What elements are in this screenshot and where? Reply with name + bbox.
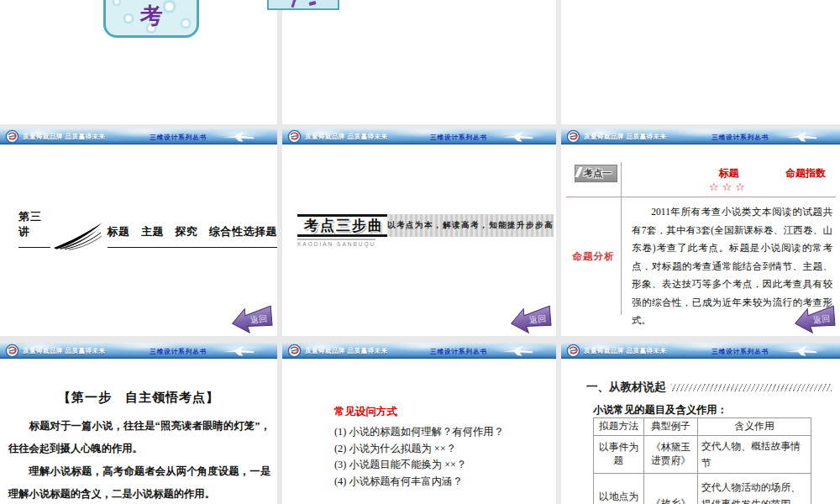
series-title: 三维设计系列丛书 (711, 134, 769, 142)
return-label: 返回 (529, 313, 547, 324)
table-caption: 小说常见的题目及含义作用： (593, 403, 727, 417)
rating-stars: ☆☆☆ (622, 181, 836, 196)
slide-header-banner: 质量铸就品牌 品质赢得未来 三维设计系列丛书 (282, 129, 556, 144)
partial-slide-left: 考 (0, 0, 277, 124)
return-arrow-icon: 返回 (231, 305, 275, 333)
step-paragraph: 标题对于一篇小说，往往是“照亮读者眼睛的灯笼”，往往会起到摄人心魄的作用。 (8, 415, 270, 460)
slide-exam-point-analysis: 质量铸就品牌 品质赢得未来 三维设计系列丛书 考点一 标题 命题指数 ☆☆☆ 命… (561, 129, 840, 336)
table-cell: 《故乡》 (644, 474, 698, 504)
table-cell: 交代人物活动的场所、提供事件发生的范围、渲染环境 (698, 474, 811, 504)
table-cell: 以地点为题 (594, 474, 644, 504)
table-row: 以事件为题 《林黛玉进贾府》 交代人物、概括故事情节 (594, 436, 811, 474)
question-item: (4) 小说标题有何丰富内涵？ (334, 474, 549, 491)
airplane-icon (220, 344, 257, 357)
hatch-line (671, 384, 832, 391)
material-heading: 一、从教材说起 (586, 380, 666, 395)
airplane-icon (499, 344, 536, 357)
exam-point-badge-cell: 考点一 (566, 162, 622, 197)
table-header-cell: 含义作用 (698, 418, 811, 436)
series-title: 三维设计系列丛书 (150, 348, 207, 356)
kao-bubble-sticker: 考 (103, 0, 199, 38)
table-cell: 《林黛玉进贾府》 (644, 436, 698, 474)
partial-slide-right (561, 0, 840, 124)
kaodian-banner-subtitle: KAODIAN SANBUQU (297, 239, 375, 247)
return-label: 返回 (250, 313, 268, 324)
question-style-heading: 常见设问方式 (334, 405, 549, 419)
series-title: 三维设计系列丛书 (711, 348, 769, 356)
airplane-icon (783, 130, 820, 143)
airplane-icon (499, 130, 536, 143)
topic-header-row: 标题 命题指数 ☆☆☆ (622, 162, 836, 197)
table-header-cell: 典型例子 (644, 418, 698, 436)
brand-slogan: 质量铸就品牌 品质赢得未来 (305, 133, 388, 141)
badge-accent-mark (575, 167, 582, 177)
kaodian-banner: 考点三步曲 以考点为本，解读高考，知能提升步步高 (297, 214, 544, 237)
kaodian-banner-slogan: 以考点为本，解读高考，知能提升步步高 (387, 214, 554, 237)
table-cell: 以事件为题 (594, 436, 644, 474)
partial-title-box (267, 0, 339, 10)
brand-slogan: 质量铸就品牌 品质赢得未来 (23, 133, 106, 141)
slide-header-banner: 质量铸就品牌 品质赢得未来 三维设计系列丛书 (561, 129, 840, 144)
exam-point-badge-label: 考点一 (584, 168, 612, 178)
series-title: 三维设计系列丛书 (150, 134, 207, 142)
series-title: 三维设计系列丛书 (430, 134, 487, 142)
table-row: 以地点为题 《故乡》 交代人物活动的场所、提供事件发生的范围、渲染环境 (594, 474, 811, 504)
return-arrow-icon: 返回 (794, 305, 837, 333)
index-label: 命题指数 (785, 166, 826, 181)
title-meaning-table: 拟题方法 典型例子 含义作用 以事件为题 《林黛玉进贾府》 交代人物、概括故事情… (593, 417, 811, 504)
slide-question-styles: 质量铸就品牌 品质赢得未来 三维设计系列丛书 常见设问方式 (1) 小说的标题如… (282, 343, 556, 504)
step-heading: 【第一步 自主领悟考点】 (0, 390, 277, 406)
table-header-row: 拟题方法 典型例子 含义作用 (594, 418, 811, 436)
return-arrow-icon: 返回 (510, 305, 554, 333)
slide-lecture-title: 质量铸就品牌 品质赢得未来 三维设计系列丛书 第三讲 标题 主题 探究 综合性选… (0, 129, 277, 336)
brand-slogan: 质量铸就品牌 品质赢得未来 (584, 133, 667, 141)
airplane-icon (783, 344, 820, 357)
exam-point-badge: 考点一 (575, 165, 617, 182)
analysis-body: 2011年所有考查小说类文本阅读的试题共有7套，其中有3套(全国新课标卷、江西卷… (622, 197, 836, 315)
brand-logo-icon (287, 129, 302, 144)
slide-header-banner: 质量铸就品牌 品质赢得未来 三维设计系列丛书 (0, 129, 277, 144)
slide-from-textbook: 质量铸就品牌 品质赢得未来 三维设计系列丛书 一、从教材说起 小说常见的题目及含… (561, 343, 840, 504)
slide-header-banner: 质量铸就品牌 品质赢得未来 三维设计系列丛书 (0, 343, 277, 359)
brand-slogan: 质量铸就品牌 品质赢得未来 (305, 347, 388, 355)
return-button[interactable]: 返回 (510, 305, 554, 333)
kaodian-banner-title: 考点三步曲 (297, 214, 387, 237)
lecture-number: 第三讲 (18, 209, 50, 248)
slide-step-one: 质量铸就品牌 品质赢得未来 三维设计系列丛书 【第一步 自主领悟考点】 标题对于… (0, 343, 277, 504)
step-body: 标题对于一篇小说，往往是“照亮读者眼睛的灯笼”，往往会起到摄人心魄的作用。 理解… (8, 415, 270, 504)
analysis-label: 命题分析 (566, 197, 622, 315)
brand-logo-icon (5, 129, 19, 144)
table-header-cell: 拟题方法 (594, 418, 644, 436)
return-label: 返回 (813, 313, 831, 324)
brand-logo-icon (287, 344, 302, 358)
return-button[interactable]: 返回 (231, 305, 275, 333)
brand-slogan: 质量铸就品牌 品质赢得未来 (23, 347, 106, 355)
table-cell: 交代人物、概括故事情节 (698, 436, 811, 474)
exam-point-layout: 考点一 标题 命题指数 ☆☆☆ 命题分析 2011年所有考查小说类文本阅读的试题… (566, 162, 836, 315)
slide-header-banner: 质量铸就品牌 品质赢得未来 三维设计系列丛书 (282, 343, 556, 359)
partial-slide-middle (282, 0, 556, 124)
question-item: (1) 小说的标题如何理解？有何作用？ (334, 424, 549, 441)
question-style-block: 常见设问方式 (1) 小说的标题如何理解？有何作用？ (2) 小说为什么拟题为 … (334, 405, 549, 490)
slide-kaodian-banner: 质量铸就品牌 品质赢得未来 三维设计系列丛书 考点三步曲 以考点为本，解读高考，… (282, 129, 556, 336)
kao-character: 考 (140, 5, 163, 28)
slide-handout-page: 考 质量铸就品牌 品质赢得未来 三维设计系列丛书 第三讲 (0, 0, 840, 504)
material-heading-row: 一、从教材说起 (586, 380, 832, 395)
lecture-title-line: 第三讲 标题 主题 探究 综合性选择题 (18, 209, 277, 248)
brand-slogan: 质量铸就品牌 品质赢得未来 (584, 347, 667, 355)
slide-header-banner: 质量铸就品牌 品质赢得未来 三维设计系列丛书 (561, 343, 840, 359)
brand-logo-icon (5, 344, 19, 358)
brand-logo-icon (566, 129, 580, 144)
decorative-mark (291, 0, 297, 8)
brand-logo-icon (566, 344, 580, 358)
airplane-icon (220, 130, 257, 143)
step-paragraph: 理解小说标题，高考命题者会从两个角度设题，一是理解小说标题的含义，二是小说标题的… (8, 460, 270, 504)
brush-stroke-icon (54, 221, 102, 251)
decorative-mark (309, 1, 317, 6)
question-item: (2) 小说为什么拟题为 ××？ (334, 441, 549, 458)
lecture-topics: 标题 主题 探究 综合性选择题 (108, 224, 278, 248)
return-button[interactable]: 返回 (794, 305, 837, 333)
series-title: 三维设计系列丛书 (430, 348, 487, 356)
question-item: (3) 小说题目能不能换为 ××？ (334, 457, 549, 474)
